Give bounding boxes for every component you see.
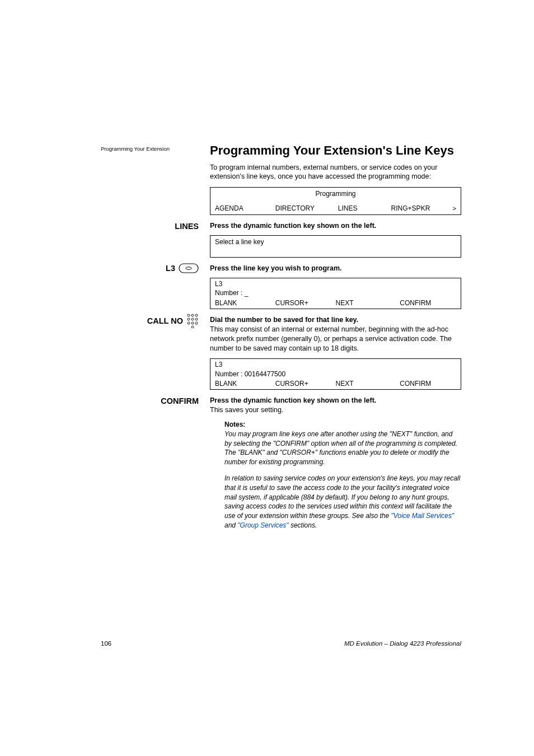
step-l3: L3 Press the line key you wish to progra… xyxy=(210,264,461,272)
svg-point-8 xyxy=(188,322,190,324)
display-line2: Number : 00164477500 xyxy=(215,370,456,379)
intro-paragraph: To program internal numbers, external nu… xyxy=(210,163,461,182)
more-indicator: > xyxy=(451,205,456,212)
softkey-confirm: CONFIRM xyxy=(388,379,456,388)
step-label-callno: CALL NO xyxy=(101,314,199,328)
notes-p1: You may program line keys one after anot… xyxy=(224,430,461,467)
step-label-confirm: CONFIRM xyxy=(101,396,199,405)
main-column: Programming Your Extension's Line Keys T… xyxy=(210,143,461,530)
softkey-blank: BLANK xyxy=(215,379,275,388)
softkey-next: NEXT xyxy=(336,379,389,388)
softkey-agenda: AGENDA xyxy=(215,204,275,212)
lcd-display-programming: Programming AGENDA DIRECTORY LINES RING+… xyxy=(210,187,461,215)
doc-title: MD Evolution – Dialog 4223 Professional xyxy=(344,640,461,647)
instruction-l3: Press the line key you wish to program. xyxy=(210,264,461,272)
svg-point-7 xyxy=(195,318,198,320)
svg-point-3 xyxy=(191,314,194,316)
line-key-icon xyxy=(179,263,199,273)
lcd-display-number-filled: L3 Number : 00164477500 BLANK CURSOR+ NE… xyxy=(210,358,461,390)
softkey-row: BLANK CURSOR+ NEXT CONFIRM xyxy=(215,298,456,307)
label-text: LINES xyxy=(175,222,199,231)
svg-point-9 xyxy=(191,322,194,324)
svg-point-5 xyxy=(188,318,190,320)
svg-point-11 xyxy=(191,326,194,328)
softkey-blank: BLANK xyxy=(215,298,275,307)
page-number: 106 xyxy=(101,640,111,647)
notes-p2: In relation to saving service codes on y… xyxy=(224,474,461,530)
lcd-display-number-blank: L3 Number : _ BLANK CURSOR+ NEXT CONFIRM xyxy=(210,278,461,309)
svg-point-10 xyxy=(195,322,198,324)
link-group-services[interactable]: "Group Services" xyxy=(237,521,288,529)
step-label-l3: L3 xyxy=(101,263,199,273)
page-footer: 106 MD Evolution – Dialog 4223 Professio… xyxy=(101,640,461,647)
page: Programming Your Extension Programming Y… xyxy=(0,0,534,756)
notes-heading: Notes: xyxy=(224,421,461,428)
link-voice-mail[interactable]: "Voice Mail Services" xyxy=(391,512,455,520)
notes-p2b: and xyxy=(224,521,237,529)
label-text: L3 xyxy=(166,264,175,273)
display-line1: L3 xyxy=(215,279,456,288)
svg-point-1 xyxy=(186,267,191,269)
instruction-lines: Press the dynamic function key shown on … xyxy=(210,222,461,230)
step-confirm: CONFIRM Press the dynamic function key s… xyxy=(210,396,461,530)
label-text: CALL NO xyxy=(147,316,183,325)
lcd-display-select-line: Select a line key xyxy=(210,235,461,258)
display-line2: Number : _ xyxy=(215,288,456,297)
keypad-icon xyxy=(186,314,199,328)
softkey-confirm: CONFIRM xyxy=(388,298,456,307)
step-lines: LINES Press the dynamic function key sho… xyxy=(210,222,461,230)
softkey-next: NEXT xyxy=(336,298,389,307)
svg-rect-0 xyxy=(179,264,198,273)
softkey-row: BLANK CURSOR+ NEXT CONFIRM xyxy=(215,379,456,388)
display-line1: L3 xyxy=(215,360,456,369)
step-label-lines: LINES xyxy=(101,222,199,231)
step-callno: CALL NO xyxy=(210,316,461,353)
softkey-ringspkr: RING+SPKR xyxy=(391,204,451,212)
body-confirm: This saves your setting. xyxy=(210,405,461,415)
softkey-cursor: CURSOR+ xyxy=(275,298,336,307)
svg-point-4 xyxy=(195,314,198,316)
display-title: Programming xyxy=(215,189,456,198)
content-area: Programming Your Extension's Line Keys T… xyxy=(101,143,461,537)
softkey-cursor: CURSOR+ xyxy=(275,379,336,388)
notes-p2c: sections. xyxy=(289,521,317,529)
svg-point-2 xyxy=(188,314,190,316)
label-text: CONFIRM xyxy=(161,396,199,405)
display-text: Select a line key xyxy=(215,237,456,256)
softkey-directory: DIRECTORY xyxy=(275,204,338,212)
instruction-callno: Dial the number to be saved for that lin… xyxy=(210,316,461,324)
instruction-confirm: Press the dynamic function key shown on … xyxy=(210,396,461,404)
softkey-lines: LINES xyxy=(338,204,391,212)
section-title: Programming Your Extension's Line Keys xyxy=(210,143,461,158)
softkey-row: AGENDA DIRECTORY LINES RING+SPKR > xyxy=(215,203,456,213)
svg-point-6 xyxy=(191,318,194,320)
body-callno: This may consist of an internal or exter… xyxy=(210,325,461,353)
